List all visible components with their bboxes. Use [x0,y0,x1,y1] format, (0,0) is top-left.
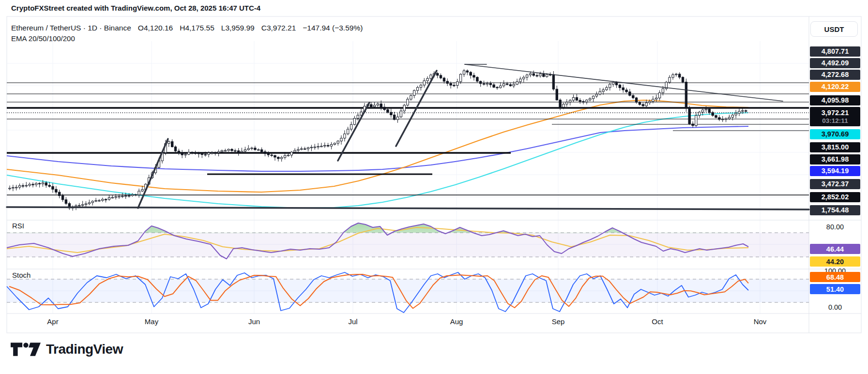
rsi-value-badge: 46.44 [810,244,860,254]
price-label-381500: 3,815.00 [810,142,860,152]
month-label-sep: Sep [552,317,565,326]
month-label-aug: Aug [450,317,463,326]
price-label-285202: 2,852.02 [810,192,860,202]
price-label-347237: 3,472.37 [810,179,860,189]
ema-indicator-legend[interactable]: EMA 20/50/100/200 [11,34,75,43]
month-label-jul: Jul [348,317,357,326]
tradingview-logo-text: TradingView [46,342,123,357]
high-value: H4,175.55 [180,24,214,32]
price-label-449209: 4,492.09 [810,58,860,68]
tradingview-logo[interactable]: TradingView [11,342,123,357]
price-label-480771: 4,807.71 [810,46,860,57]
month-label-jun: Jun [248,317,260,326]
tradingview-chart-page: CryptoFXStreet created with TradingView.… [0,0,868,374]
price-label-175448: 1,754.48 [810,205,860,215]
price-label-409598: 4,095.98 [810,95,860,105]
price-label-359419: 3,594.19 [810,166,860,176]
watermark-text: CryptoFXStreet created with TradingView.… [11,4,260,12]
month-label-oct: Oct [652,317,663,326]
rsi-scale-80: 80.00 [810,223,860,231]
tradingview-logo-icon [11,342,41,357]
stoch-scale-0: 0.00 [810,303,860,311]
price-label-397221: 3,972.2103:12:11 [810,107,860,126]
month-label-nov: Nov [754,317,767,326]
rsi-ma-value-badge: 44.20 [810,256,860,267]
rsi-pane-title[interactable]: RSI [12,222,24,230]
price-label-397069: 3,970.69 [810,129,860,139]
price-countdown: 03:12:11 [822,117,848,125]
stoch-k-value-badge: 51.40 [810,284,860,294]
change-value: −147.94 (−3.59%) [303,24,363,32]
symbol-legend[interactable]: Ethereum / TetherUS · 1D · BinanceO4,120… [11,24,363,32]
month-label-may: May [145,317,158,326]
price-label-427268: 4,272.68 [810,70,860,80]
symbol-title[interactable]: Ethereum / TetherUS · 1D · Binance [11,24,131,32]
open-value: O4,120.16 [138,24,173,32]
currency-toggle-button[interactable]: USDT [810,21,858,37]
low-value: L3,959.99 [221,24,255,32]
time-axis[interactable]: AprMayJunJulAugSepOctNov [0,317,809,332]
price-label-412022: 4,120.22 [810,82,860,92]
price-label-366198: 3,661.98 [810,154,860,165]
close-value: C3,972.21 [261,24,296,32]
stoch-pane-title[interactable]: Stoch [12,271,30,279]
month-label-apr: Apr [47,317,58,326]
stoch-d-value-badge: 68.48 [810,272,860,282]
